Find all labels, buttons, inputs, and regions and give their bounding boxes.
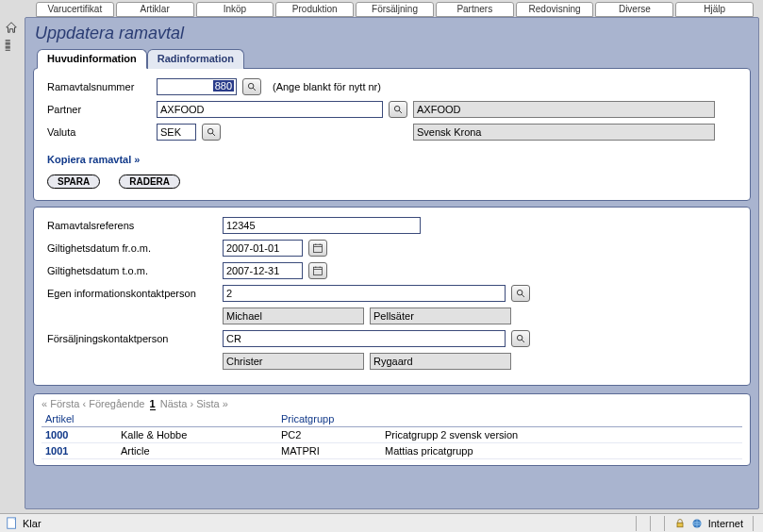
main-menu: Varucertifikat Artiklar Inköp Produktion… xyxy=(36,2,754,17)
tab-radinformation[interactable]: Radinformation xyxy=(147,49,244,69)
cell-artname: Kalle & Hobbe xyxy=(117,427,277,443)
status-zone: Internet xyxy=(708,518,743,529)
svg-point-2 xyxy=(394,106,400,111)
pager: « Första ‹ Föregående 1 Nästa › Sista » xyxy=(41,398,742,409)
status-text: Klar xyxy=(23,518,41,529)
ramavtalsnummer-value: 880 xyxy=(213,80,234,91)
delete-button[interactable]: RADERA xyxy=(119,175,180,189)
menu-produktion[interactable]: Produktion xyxy=(275,2,354,17)
svg-line-15 xyxy=(522,294,524,297)
table-row[interactable]: 1000 Kalle & Hobbe PC2 Pricatgrupp 2 sve… xyxy=(41,427,742,443)
sales-contact-input[interactable] xyxy=(223,330,506,347)
partner-name-display: AXFOOD xyxy=(413,101,715,118)
col-artikel[interactable]: Artikel xyxy=(41,411,117,427)
save-button[interactable]: SPARA xyxy=(47,175,100,189)
sales-contact-lastname: Rygaard xyxy=(370,353,511,370)
giltighet-to-calendar-button[interactable] xyxy=(308,262,327,279)
kopiera-ramavtal-link[interactable]: Kopiera ramavtal » xyxy=(47,154,140,165)
pager-next[interactable]: Nästa xyxy=(160,398,188,409)
label-partner: Partner xyxy=(47,104,151,115)
menu-inkop[interactable]: Inköp xyxy=(196,2,274,17)
menu-redovisning[interactable]: Redovisning xyxy=(516,2,594,17)
status-bar: Klar Internet xyxy=(0,513,763,532)
menu-diverse[interactable]: Diverse xyxy=(595,2,673,17)
svg-line-5 xyxy=(212,133,215,136)
ramavtalsreferens-input[interactable] xyxy=(223,217,421,234)
label-own-contact: Egen informationskontaktperson xyxy=(47,288,217,299)
giltighet-from-input[interactable] xyxy=(223,240,303,257)
valuta-name-display: Svensk Krona xyxy=(413,124,715,141)
page-title: Uppdatera ramavtal xyxy=(35,24,751,43)
own-contact-firstname: Michael xyxy=(223,308,364,324)
cell-art[interactable]: 1000 xyxy=(41,427,117,443)
ramavtalsnummer-lookup-button[interactable] xyxy=(242,78,261,95)
tab-huvudinformation[interactable]: Huvudinformation xyxy=(37,49,147,69)
svg-line-17 xyxy=(522,340,524,342)
cell-artname: Article xyxy=(117,443,277,459)
menu-forsaljning[interactable]: Försäljning xyxy=(356,2,434,17)
pager-last[interactable]: Sista xyxy=(196,398,219,409)
cell-pg: MATPRI xyxy=(277,443,381,459)
svg-point-4 xyxy=(207,128,213,134)
table-row[interactable]: 1001 Article MATPRI Mattias pricatgrupp xyxy=(41,443,742,459)
label-sales-contact: Försäljningskontaktperson xyxy=(47,333,217,344)
svg-rect-19 xyxy=(677,523,683,527)
own-contact-input[interactable] xyxy=(223,285,506,302)
menu-artiklar[interactable]: Artiklar xyxy=(116,2,194,17)
partner-lookup-button[interactable] xyxy=(389,101,407,118)
svg-point-0 xyxy=(248,83,254,89)
label-ramavtalsreferens: Ramavtalsreferens xyxy=(47,220,217,231)
svg-rect-10 xyxy=(314,267,323,274)
valuta-lookup-button[interactable] xyxy=(202,124,221,141)
cell-art[interactable]: 1001 xyxy=(41,443,117,459)
cell-pg: PC2 xyxy=(277,427,381,443)
svg-rect-6 xyxy=(314,244,323,252)
giltighet-from-calendar-button[interactable] xyxy=(308,240,327,257)
globe-icon xyxy=(691,518,703,529)
cell-pgname: Pricatgrupp 2 svensk version xyxy=(381,427,742,443)
sales-contact-lookup-button[interactable] xyxy=(511,330,530,347)
valuta-input[interactable] xyxy=(157,124,196,141)
sales-contact-firstname: Christer xyxy=(223,353,364,370)
list-icon[interactable]: ≡≡≡ xyxy=(5,40,20,55)
own-contact-lastname: Pellsäter xyxy=(370,308,511,324)
menu-hjalp[interactable]: Hjälp xyxy=(675,2,754,17)
col-pricatgrupp[interactable]: Pricatgrupp xyxy=(277,411,381,427)
own-contact-lookup-button[interactable] xyxy=(511,285,530,302)
label-giltighet-from: Giltighetsdatum fr.o.m. xyxy=(47,242,217,254)
pager-prev[interactable]: Föregående xyxy=(89,398,144,409)
svg-line-3 xyxy=(399,110,402,113)
menu-partners[interactable]: Partners xyxy=(436,2,514,17)
svg-point-16 xyxy=(517,335,522,341)
home-icon[interactable] xyxy=(5,21,20,36)
label-valuta: Valuta xyxy=(47,126,151,138)
svg-point-14 xyxy=(517,290,522,295)
pager-current: 1 xyxy=(150,398,156,410)
label-ramavtalsnummer: Ramavtalsnummer xyxy=(47,81,151,92)
label-giltighet-to: Giltighetsdatum t.o.m. xyxy=(47,265,217,276)
lock-icon xyxy=(674,518,686,529)
menu-varucertifikat[interactable]: Varucertifikat xyxy=(36,2,114,17)
article-table: Artikel Pricatgrupp 1000 Kalle & Hobbe P… xyxy=(41,411,742,459)
giltighet-to-input[interactable] xyxy=(223,262,303,279)
page-icon xyxy=(6,517,19,530)
cell-pgname: Mattias pricatgrupp xyxy=(381,443,742,459)
svg-line-1 xyxy=(253,88,256,91)
partner-input[interactable] xyxy=(157,101,383,118)
pager-first[interactable]: Första xyxy=(50,398,79,409)
ramavtalsnummer-hint: (Ange blankt för nytt nr) xyxy=(273,81,381,92)
